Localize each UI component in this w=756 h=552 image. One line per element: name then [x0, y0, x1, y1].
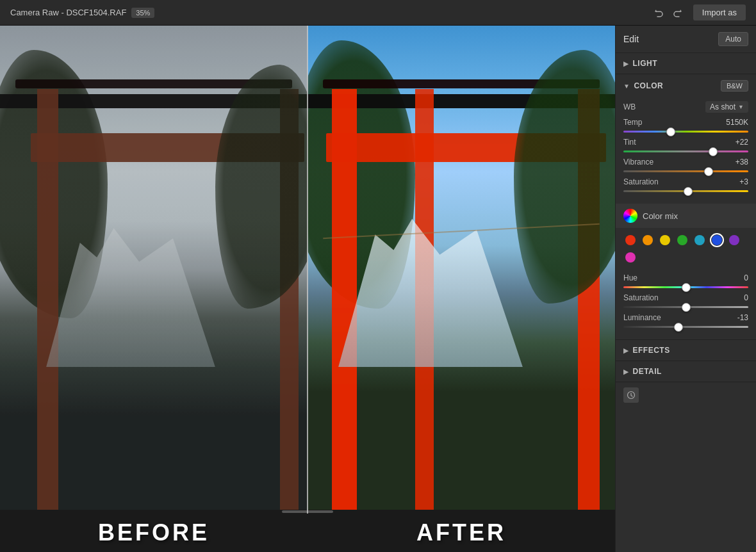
redo-button[interactable] [670, 5, 686, 20]
hue-value: 0 [744, 273, 748, 282]
edit-label: Edit [623, 34, 639, 44]
sat2-slider-row: Saturation 0 [623, 293, 748, 308]
hue-slider-row: Hue 0 [623, 273, 748, 288]
zoom-badge[interactable]: 35% [131, 8, 154, 18]
sat2-label-row: Saturation 0 [623, 293, 748, 302]
temp-label: Temp [623, 118, 642, 127]
detail-section[interactable]: ▶ DETAIL [616, 361, 756, 382]
vibrance-value: +38 [735, 158, 748, 166]
hue-thumb[interactable] [682, 283, 691, 292]
channel-dot-inner-blue [712, 235, 722, 245]
temp-thumb[interactable] [666, 127, 675, 136]
redo-icon [673, 8, 683, 18]
label-area: BEFORE AFTER [0, 514, 615, 552]
saturation-thumb[interactable] [684, 187, 693, 196]
before-after-divider[interactable] [307, 26, 308, 514]
hue-track[interactable] [623, 286, 748, 288]
channel-dot-inner-purple [729, 235, 739, 245]
temp-track[interactable] [623, 131, 748, 133]
history-icon[interactable] [623, 387, 639, 403]
channel-dot-orange[interactable] [641, 233, 655, 247]
color-section-header: ▼ COLOR B&W [616, 74, 756, 97]
wb-chevron-icon: ▼ [738, 104, 744, 110]
title-group: Camera Raw - DSCF1504.RAF 35% [10, 8, 154, 18]
light-section-header[interactable]: ▶ LIGHT [616, 53, 756, 74]
channel-dot-yellow[interactable] [658, 233, 672, 247]
window-title: Camera Raw - DSCF1504.RAF [10, 8, 126, 17]
temp-value: 5150K [726, 118, 748, 127]
channel-dot-inner-red [625, 235, 636, 245]
channel-dot-inner-yellow [660, 235, 670, 245]
light-section: ▶ LIGHT [616, 53, 756, 74]
lum-label-row: Luminance -13 [623, 313, 748, 322]
before-photo [0, 26, 308, 514]
tint-value: +22 [735, 138, 748, 147]
color-mix-sliders: Hue 0 Saturation 0 [616, 270, 756, 339]
import-button[interactable]: Import as [693, 4, 746, 20]
channel-dot-inner-cyan [694, 235, 705, 245]
saturation-slider-row: Saturation +3 [623, 177, 748, 192]
detail-label: DETAIL [633, 367, 662, 376]
channel-dot-magenta[interactable] [623, 250, 637, 264]
channel-dot-green[interactable] [675, 233, 689, 247]
effects-label: EFFECTS [633, 346, 670, 355]
wb-label: WB [623, 102, 636, 111]
after-label: AFTER [308, 514, 615, 552]
tint-label-row: Tint +22 [623, 138, 748, 147]
sat2-track[interactable] [623, 306, 748, 308]
channel-dot-cyan[interactable] [693, 233, 707, 247]
wb-row: WB As shot ▼ [623, 101, 748, 113]
vibrance-thumb[interactable] [704, 167, 713, 176]
channel-dot-inner-orange [643, 235, 653, 245]
vibrance-label-row: Vibrance +38 [623, 158, 748, 166]
undo-redo-group [651, 5, 686, 20]
color-wheel-icon [623, 209, 637, 223]
tint-thumb[interactable] [709, 147, 718, 156]
light-chevron-right-icon: ▶ [623, 60, 629, 67]
top-bar: Camera Raw - DSCF1504.RAF 35% Import as [0, 0, 756, 26]
wb-value-text: As shot [710, 102, 735, 111]
channel-dot-inner-green [677, 235, 687, 245]
vibrance-track[interactable] [623, 170, 748, 172]
top-controls: Import as [651, 4, 746, 20]
channel-dot-inner-magenta [625, 252, 636, 263]
lum-thumb[interactable] [674, 323, 683, 332]
main-area: BEFORE AFTER Edit Auto ▶ LIGHT [0, 26, 756, 552]
lum-value: -13 [737, 313, 748, 322]
saturation-track[interactable] [623, 190, 748, 192]
color-chevron-down-icon[interactable]: ▼ [623, 83, 630, 90]
bw-button[interactable]: B&W [721, 80, 748, 92]
right-panel: Edit Auto ▶ LIGHT ▼ COLOR B&W [615, 26, 756, 552]
channel-dots [616, 228, 756, 270]
undo-icon [653, 8, 664, 18]
auto-button[interactable]: Auto [718, 32, 748, 46]
photo-canvas [0, 26, 615, 514]
vibrance-label: Vibrance [623, 158, 653, 166]
hue-label: Hue [623, 273, 637, 282]
edit-header: Edit Auto [616, 26, 756, 53]
channel-dot-purple[interactable] [727, 233, 741, 247]
canvas-area: BEFORE AFTER [0, 26, 615, 552]
channel-dot-blue[interactable] [710, 233, 724, 247]
sat2-value: 0 [744, 293, 748, 302]
tint-track[interactable] [623, 150, 748, 152]
wb-dropdown[interactable]: As shot ▼ [705, 101, 748, 113]
sat2-label: Saturation [623, 293, 659, 302]
color-label-group: ▼ COLOR [623, 81, 663, 90]
lum-track[interactable] [623, 326, 748, 328]
sat2-thumb[interactable] [682, 303, 691, 312]
vibrance-slider-row: Vibrance +38 [623, 158, 748, 172]
light-label-group: ▶ LIGHT [623, 59, 657, 68]
effects-chevron-icon: ▶ [623, 347, 629, 354]
bottom-icons [616, 382, 756, 408]
channel-dot-red[interactable] [623, 233, 637, 247]
before-label: BEFORE [0, 514, 308, 552]
temp-label-row: Temp 5150K [623, 118, 748, 127]
saturation-value: +3 [739, 177, 748, 186]
effects-section[interactable]: ▶ EFFECTS [616, 340, 756, 361]
saturation-label: Saturation [623, 177, 659, 186]
undo-button[interactable] [651, 5, 666, 20]
after-panel [308, 26, 615, 514]
color-mix-row[interactable]: Color mix [616, 204, 756, 228]
color-section-body: WB As shot ▼ Temp 5150K [616, 97, 756, 204]
